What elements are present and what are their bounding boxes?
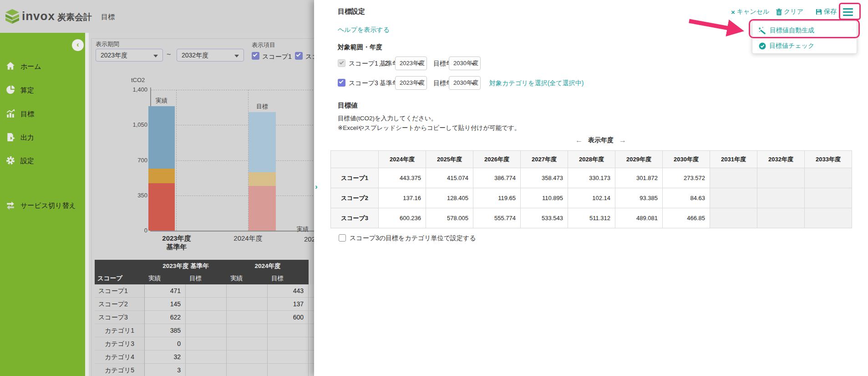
value-cell[interactable]: 119.65	[473, 188, 521, 208]
row-label: スコープ1	[331, 168, 379, 188]
scope3-category-checkbox[interactable]	[339, 234, 346, 242]
brand-suffix: 炭素会計	[57, 11, 92, 23]
year-header: 2028年度	[568, 151, 615, 168]
summary-target-2023	[186, 311, 227, 324]
x-label-2024: 2024年度	[221, 234, 275, 243]
y-tick: 350	[124, 192, 147, 199]
chevron-down-icon	[471, 63, 476, 66]
value-cell[interactable]: 128.405	[426, 188, 473, 208]
value-cell[interactable]: 466.85	[663, 208, 710, 228]
sidebar-collapse-button[interactable]: ‹	[72, 39, 84, 51]
target-values-heading: 目標値	[338, 101, 358, 110]
value-cell-empty[interactable]	[710, 208, 757, 228]
sidebar-item-service-switch[interactable]: サービス切り替え	[0, 200, 85, 213]
value-cell-empty[interactable]	[805, 168, 852, 188]
value-cell-empty[interactable]	[710, 188, 757, 208]
summary-row-label: カテゴリ1	[95, 324, 145, 337]
value-cell-empty[interactable]	[805, 208, 852, 228]
sidebar-item-home[interactable]: ホーム	[0, 61, 85, 74]
scope1-checkbox[interactable]	[252, 52, 259, 60]
cancel-button[interactable]: × キャンセル	[731, 8, 769, 16]
scope3-base-year-select[interactable]: 2023年度	[395, 76, 427, 90]
value-cell[interactable]: 555.774	[473, 208, 521, 228]
gridline	[151, 160, 313, 161]
summary-actual-2024	[227, 284, 268, 298]
value-cell-empty[interactable]	[757, 208, 805, 228]
x-label-baseyear: 基準年	[149, 243, 204, 252]
drawer-title: 目標設定	[338, 7, 365, 16]
value-cell[interactable]: 443.375	[379, 168, 426, 188]
value-cell[interactable]: 415.074	[426, 168, 473, 188]
summary-target-2024: 443	[268, 284, 309, 298]
clear-button[interactable]: クリア	[776, 8, 803, 16]
magic-wand-icon	[759, 27, 766, 35]
value-cell[interactable]: 110.895	[521, 188, 568, 208]
pie-chart-icon	[6, 85, 15, 94]
sidebar-item-output[interactable]: 出力	[0, 132, 85, 145]
next-years-arrow[interactable]: →	[619, 136, 626, 144]
value-cell[interactable]: 93.385	[615, 188, 663, 208]
x-icon: ×	[731, 8, 735, 16]
year-header: 2033年度	[805, 151, 852, 168]
value-cell-empty[interactable]	[757, 168, 805, 188]
save-label: 保存	[824, 8, 837, 16]
bar-segment-スコープ3	[249, 112, 276, 172]
period-from-select[interactable]: 2023年度	[96, 49, 163, 62]
value-cell[interactable]: 489.081	[615, 208, 663, 228]
help-link[interactable]: ヘルプを表示する	[338, 26, 390, 34]
panel-expand-chevron-icon[interactable]: ›	[315, 182, 318, 191]
summary-actual-2024	[227, 350, 268, 364]
value-cell[interactable]: 533.543	[521, 208, 568, 228]
year-header: 2029年度	[615, 151, 663, 168]
value-cell[interactable]: 84.63	[663, 188, 710, 208]
summary-target-2023	[186, 364, 227, 376]
sidebar-item-label: 目標	[20, 110, 34, 118]
value-cell[interactable]: 358.473	[521, 168, 568, 188]
scope12-checkbox-disabled	[338, 59, 345, 67]
sidebar-item-target[interactable]: 目標	[0, 108, 85, 122]
summary-target-2024	[268, 364, 309, 376]
value-cell[interactable]: 511.312	[568, 208, 615, 228]
value-cell[interactable]: 330.173	[568, 168, 615, 188]
summary-actual-2024	[227, 311, 268, 324]
value-cell[interactable]: 600.236	[379, 208, 426, 228]
stacked-bar-target-2024[interactable]	[249, 112, 276, 231]
more-menu-button[interactable]	[843, 6, 857, 18]
menu-item-auto-generate[interactable]: 目標値自動生成	[759, 22, 814, 39]
value-cell-empty[interactable]	[710, 168, 757, 188]
scope2-checkbox[interactable]	[295, 52, 303, 60]
chevron-down-icon	[153, 55, 158, 57]
chart-unit-label: tCO2	[131, 77, 145, 83]
scope12-target-year-select[interactable]: 2030年度	[449, 57, 481, 70]
sidebar-item-calculation[interactable]: 算定	[0, 84, 85, 98]
table-header-row: 2024年度 2025年度 2026年度 2027年度 2028年度 2029年…	[331, 151, 852, 168]
menu-item-label: 目標値チェック	[769, 42, 814, 50]
stacked-bar-actual-2023[interactable]	[148, 106, 175, 231]
scope3-label: スコープ3	[349, 79, 378, 88]
scope3-target-year-select[interactable]: 2030年度	[449, 76, 481, 90]
sidebar-item-settings[interactable]: 設定	[0, 155, 85, 169]
period-separator: ~	[167, 51, 171, 59]
value-cell-empty[interactable]	[805, 188, 852, 208]
scope-section-heading: 対象範囲・年度	[338, 43, 382, 52]
select-categories-link[interactable]: 対象カテゴリを選択(全て選択中)	[489, 79, 584, 88]
value-cell[interactable]: 273.572	[663, 168, 710, 188]
value-cell-empty[interactable]	[757, 188, 805, 208]
scope3-checkbox[interactable]	[338, 79, 345, 87]
value-cell[interactable]: 301.872	[615, 168, 663, 188]
value-cell[interactable]: 386.774	[473, 168, 521, 188]
summary-row-label: カテゴリ4	[95, 350, 145, 364]
prev-years-arrow[interactable]: ←	[575, 136, 583, 144]
display-period-label: 表示期間	[96, 40, 119, 48]
scope12-base-year-select[interactable]: 2023年度	[395, 57, 427, 70]
scope1-checkbox-label: スコープ1	[262, 53, 292, 61]
value-cell[interactable]: 102.14	[568, 188, 615, 208]
save-button[interactable]: 保存	[816, 8, 837, 16]
corner-cell	[331, 151, 379, 168]
value-cell[interactable]: 578.005	[426, 208, 473, 228]
summary-row-label: カテゴリ5	[95, 364, 145, 376]
period-to-select[interactable]: 2032年度	[177, 49, 244, 62]
menu-item-target-check[interactable]: 目標値チェック	[759, 38, 814, 54]
display-items-label: 表示項目	[252, 41, 275, 49]
value-cell[interactable]: 137.16	[379, 188, 426, 208]
